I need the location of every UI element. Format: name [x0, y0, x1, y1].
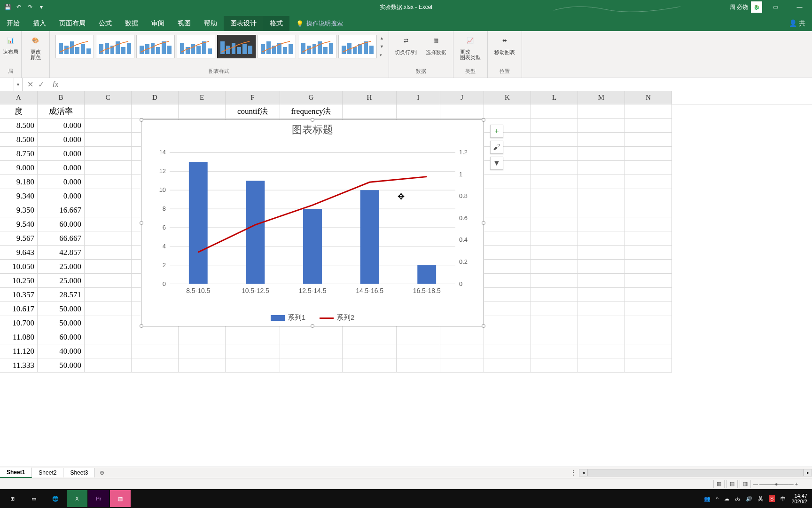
cell[interactable]	[625, 217, 672, 231]
col-header[interactable]: N	[625, 91, 672, 104]
cell[interactable]	[85, 104, 132, 119]
cell[interactable]	[484, 274, 531, 288]
cell[interactable]	[625, 203, 672, 217]
cell[interactable]	[85, 302, 132, 316]
col-header[interactable]: B	[38, 91, 85, 104]
cell[interactable]	[625, 175, 672, 189]
tell-me[interactable]: 💡操作说明搜索	[289, 16, 350, 31]
move-chart-button[interactable]: ⬌ 移动图表	[492, 33, 518, 56]
scroll-track[interactable]	[587, 469, 804, 476]
cell[interactable]: 11.120	[0, 344, 38, 358]
cell[interactable]	[578, 104, 625, 119]
cell[interactable]	[625, 302, 672, 316]
cell[interactable]	[85, 274, 132, 288]
cell[interactable]	[578, 260, 625, 274]
zoom-slider[interactable]: — ———●——— +	[753, 481, 809, 487]
cell[interactable]: 9.340	[0, 189, 38, 203]
page-layout-view-icon[interactable]: ▤	[726, 480, 738, 488]
cell[interactable]	[531, 147, 578, 161]
cell[interactable]	[484, 217, 531, 231]
cancel-icon[interactable]: ✕	[27, 80, 33, 89]
cell[interactable]	[578, 330, 625, 344]
cell[interactable]	[484, 260, 531, 274]
cell[interactable]: 50.000	[38, 358, 85, 373]
cell[interactable]	[280, 330, 343, 344]
cell[interactable]: 9.540	[0, 217, 38, 231]
cell[interactable]	[85, 260, 132, 274]
cell[interactable]	[280, 344, 343, 358]
cell[interactable]: 9.643	[0, 246, 38, 260]
app-icon[interactable]: ▧	[110, 490, 131, 507]
cell[interactable]: 9.567	[0, 231, 38, 246]
cell[interactable]: 0.000	[38, 133, 85, 147]
ime-icon[interactable]: S	[769, 495, 775, 502]
cell[interactable]: 50.000	[38, 302, 85, 316]
start-button[interactable]: ⊞	[2, 490, 23, 507]
worksheet-grid[interactable]: ABCDEFGHIJKLMN 度成活率countif法frequency法8.5…	[0, 91, 812, 467]
chart-filters-button[interactable]: ▼	[490, 157, 503, 170]
cell[interactable]	[484, 231, 531, 246]
share-button[interactable]: 👤 共	[782, 16, 812, 31]
col-header[interactable]: M	[578, 91, 625, 104]
cell[interactable]	[484, 330, 531, 344]
cell[interactable]	[484, 203, 531, 217]
col-header[interactable]: I	[397, 91, 440, 104]
cell[interactable]	[578, 231, 625, 246]
cell[interactable]	[625, 274, 672, 288]
cell[interactable]: 50.000	[38, 316, 85, 330]
sound-icon[interactable]: 🔊	[746, 496, 752, 502]
enter-icon[interactable]: ✓	[38, 80, 44, 89]
tab-insert[interactable]: 插入	[26, 16, 53, 31]
ribbon-options-icon[interactable]: ▭	[765, 0, 786, 14]
tab-formulas[interactable]: 公式	[92, 16, 118, 31]
cell[interactable]	[531, 274, 578, 288]
cell[interactable]	[179, 104, 226, 119]
cell[interactable]	[397, 330, 440, 344]
cell[interactable]	[397, 344, 440, 358]
people-icon[interactable]: 👥	[704, 496, 710, 502]
tab-help[interactable]: 帮助	[197, 16, 224, 31]
cell[interactable]: 9.180	[0, 175, 38, 189]
cell[interactable]	[578, 344, 625, 358]
network-icon[interactable]: 🖧	[735, 496, 740, 501]
user-account[interactable]: 周 必饶 🐉	[730, 1, 762, 13]
cell[interactable]: 10.357	[0, 288, 38, 302]
cell[interactable]	[85, 133, 132, 147]
cell[interactable]	[484, 104, 531, 119]
cell[interactable]: 10.700	[0, 316, 38, 330]
name-box-dropdown-icon[interactable]: ▼	[14, 78, 23, 91]
cell[interactable]: 60.000	[38, 330, 85, 344]
cell[interactable]: 度	[0, 104, 38, 119]
cell[interactable]	[531, 133, 578, 147]
cell[interactable]	[531, 330, 578, 344]
resize-handle[interactable]	[311, 118, 314, 122]
col-header[interactable]: H	[343, 91, 397, 104]
switch-row-col-button[interactable]: ⇄ 切换行/列	[393, 33, 419, 56]
cell[interactable]	[85, 288, 132, 302]
cell[interactable]: 9.000	[0, 161, 38, 175]
cell[interactable]	[531, 316, 578, 330]
cell[interactable]	[85, 217, 132, 231]
col-header[interactable]: C	[85, 91, 132, 104]
premiere-icon[interactable]: Pr	[88, 490, 109, 507]
scroll-right-icon[interactable]: ▸	[804, 469, 812, 476]
col-header[interactable]: A	[0, 91, 38, 104]
cell[interactable]	[85, 189, 132, 203]
tab-view[interactable]: 视图	[171, 16, 197, 31]
tab-review[interactable]: 审阅	[145, 16, 171, 31]
cell[interactable]	[578, 161, 625, 175]
sheet-tab[interactable]: Sheet1	[0, 468, 32, 478]
cell[interactable]	[578, 133, 625, 147]
cell[interactable]	[132, 358, 179, 373]
cell[interactable]	[343, 344, 397, 358]
cell[interactable]	[132, 330, 179, 344]
cell[interactable]: 0.000	[38, 161, 85, 175]
cell[interactable]	[226, 330, 280, 344]
chart-style-thumb[interactable]	[177, 35, 215, 58]
cell[interactable]: 成活率	[38, 104, 85, 119]
cell[interactable]: 0.000	[38, 147, 85, 161]
cell[interactable]	[179, 330, 226, 344]
chart-style-thumb[interactable]	[136, 35, 175, 58]
cell[interactable]: 16.667	[38, 203, 85, 217]
cell[interactable]	[578, 119, 625, 133]
